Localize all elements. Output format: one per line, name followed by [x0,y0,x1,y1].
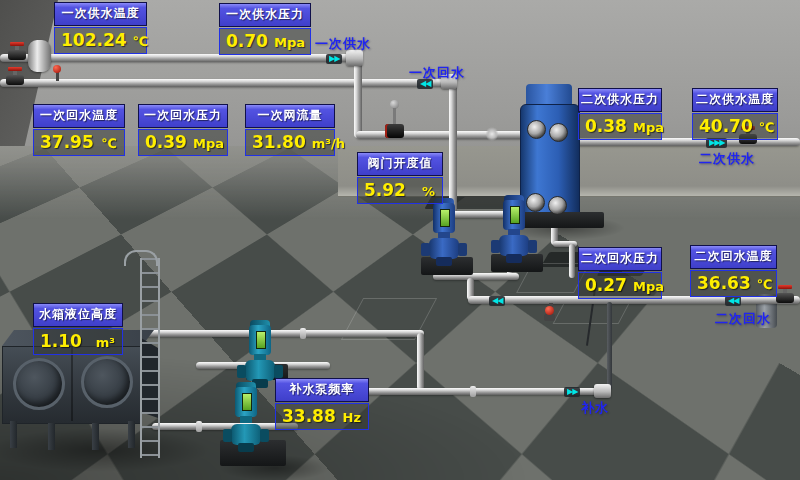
valve-body [6,75,24,85]
pump-flange [528,240,537,253]
makeup-pump-1[interactable] [240,320,280,382]
tank-ladder-icon [140,258,160,458]
tank-manhole-icon [13,358,65,410]
gauge-value: 37.95 [40,132,94,152]
flow-arrow-left-icon: ◀◀ [489,296,505,306]
gauge-secondary-return-pressure: 二次回水压力 0.27 Mpa [578,247,662,299]
gauge-value-box: 36.63 ℃ [690,270,777,297]
makeup-pump-2[interactable] [226,382,266,448]
gauge-secondary-supply-pressure: 二次供水压力 0.38 Mpa [578,88,662,140]
pump-flange [260,429,269,442]
control-valve[interactable] [385,124,404,138]
gauge-makeup-pump-freq: 补水泵频率 33.88 Hz [275,378,369,430]
gauge-unit: Mpa [274,35,305,50]
gauge-value-box: 0.39 Mpa [138,129,228,156]
gauge-secondary-supply-temp: 二次供水温度 40.70 ℃ [692,88,778,140]
gauge-title: 一次回水温度 [33,104,125,128]
pipe-coupling [470,386,476,397]
gauge-title: 二次供水温度 [692,88,778,112]
gauge-value-box: 33.88 Hz [275,403,369,430]
pressure-tap-stem [56,72,59,81]
gauge-value: 0.70 [226,31,268,51]
gauge-value-box: 1.10 m³ [33,328,123,355]
gauge-value-box: 102.24 ℃ [54,27,147,54]
pipe-label-primary-supply: 一次供水 [315,35,371,53]
circulation-pump-1[interactable] [424,198,464,266]
pump-flange [237,365,246,378]
flow-arrow-right-icon: ▶▶ [326,54,342,64]
pump-flange [421,243,430,256]
pipe-label-secondary-supply: 二次供水 [699,150,755,168]
pump-flange [491,240,500,253]
gauge-unit: ℃ [133,34,149,49]
flow-arrow-left-icon: ◀◀ [725,296,741,306]
gauge-value: 102.24 [61,30,127,50]
pipe-coupling [300,328,306,339]
hx-port-top-right [549,123,568,142]
gauge-secondary-return-temp: 二次回水温度 36.63 ℃ [690,245,777,297]
valve-body [776,293,794,303]
pipe-crossing-marker [486,126,498,142]
gauge-value-box: 31.80 m³/h [245,129,335,156]
pump-flange [274,365,283,378]
pipe-primary-supply [0,54,352,62]
pump-base [238,443,254,452]
pipe-label-makeup: 补水 [581,399,609,417]
gauge-unit: ℃ [759,120,775,135]
gauge-valve-opening: 阀门开度值 5.92 % [357,152,443,204]
pipe-label-primary-return: 一次回水 [409,64,465,82]
pipe-label-secondary-return: 二次回水 [715,310,771,328]
gauge-unit: Mpa [633,279,664,294]
gauge-unit: Mpa [633,120,664,135]
pump-base [506,254,522,263]
gauge-value: 36.63 [697,273,751,293]
gauge-value-box: 5.92 % [357,177,443,204]
tank-leg [92,423,99,450]
gauge-primary-supply-temp: 一次供水温度 102.24 ℃ [54,2,147,54]
drain-valve[interactable] [545,306,554,315]
gauge-tank-level: 水箱液位高度 1.10 m³ [33,303,123,355]
hmi-heating-station-scene: ▶▶ ◀◀ ▶▶▶ ◀◀ ◀◀ ▶▶ 一次供水 一次回水 二次供水 二次回水 补… [0,0,800,480]
pump-volute [499,235,529,256]
gauge-primary-return-temp: 一次回水温度 37.95 ℃ [33,104,125,156]
gauge-title: 一次网流量 [245,104,335,128]
ladder-hook-icon [124,250,158,266]
gauge-value-box: 37.95 ℃ [33,129,125,156]
gauge-value-box: 0.70 Mpa [219,28,311,55]
pump-volute [245,360,275,381]
gauge-unit: m³/h [312,136,345,151]
drain-valve-body [544,314,555,321]
gauge-value-box: 0.27 Mpa [578,272,662,299]
tank-manhole-icon [81,356,133,408]
gauge-value: 40.70 [699,116,753,136]
gauge-title: 二次供水压力 [578,88,662,112]
shutoff-valve[interactable] [6,67,24,85]
pump-status-indicator [440,209,450,227]
gauge-value-box: 40.70 ℃ [692,113,778,140]
pump-volute [231,424,261,445]
gauge-primary-return-pressure: 一次回水压力 0.39 Mpa [138,104,228,156]
gauge-primary-flow: 一次网流量 31.80 m³/h [245,104,335,156]
tank-leg [128,421,135,448]
shutoff-valve[interactable] [8,42,26,60]
tank-shadow [0,428,210,472]
gauge-unit: Hz [343,410,361,425]
gauge-value-box: 0.38 Mpa [578,113,662,140]
shutoff-valve[interactable] [776,285,794,303]
gauge-value: 31.80 [252,132,306,152]
gauge-title: 二次回水压力 [578,247,662,271]
gauge-unit: m³ [96,335,115,350]
tank-panel-seam [71,347,73,421]
gauge-title: 阀门开度值 [357,152,443,176]
circulation-pump-2[interactable] [494,195,534,263]
gauge-primary-supply-pressure: 一次供水压力 0.70 Mpa [219,3,311,55]
gauge-unit: % [422,184,435,199]
gauge-unit: ℃ [101,136,117,151]
pipe-coupling [196,421,202,432]
valve-body [8,50,26,60]
tank-leg [10,421,17,448]
flow-arrow-right-icon: ▶▶ [564,387,580,397]
gauge-title: 一次回水压力 [138,104,228,128]
hx-port-top-left [527,120,546,139]
hx-port-bottom-right [548,196,567,215]
